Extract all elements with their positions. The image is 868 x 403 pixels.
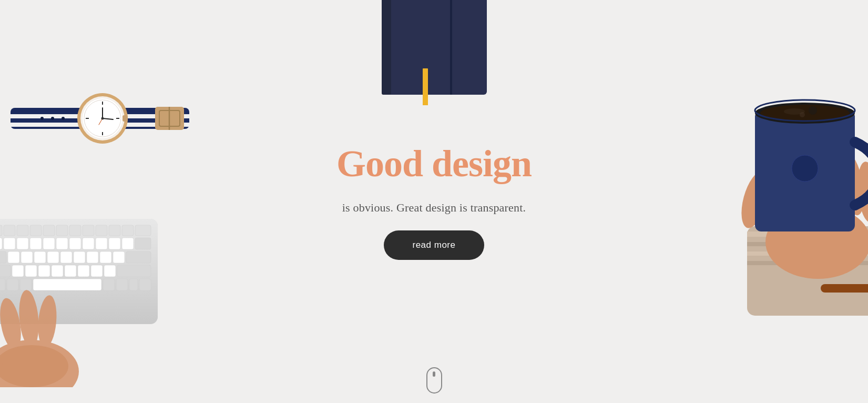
svg-rect-30 xyxy=(0,225,2,236)
svg-point-10 xyxy=(51,117,54,120)
svg-rect-32 xyxy=(17,225,28,236)
svg-rect-37 xyxy=(83,225,94,236)
svg-rect-60 xyxy=(74,251,85,263)
scroll-indicator xyxy=(426,367,442,394)
svg-rect-72 xyxy=(91,265,103,277)
svg-rect-61 xyxy=(87,251,98,263)
svg-rect-67 xyxy=(25,265,37,277)
svg-rect-81 xyxy=(129,279,138,290)
svg-rect-3 xyxy=(423,68,428,105)
sub-text: is obvious. Great design is transparent. xyxy=(342,201,526,215)
svg-rect-34 xyxy=(43,225,55,236)
svg-rect-54 xyxy=(0,251,6,263)
svg-rect-48 xyxy=(69,238,81,249)
svg-rect-0 xyxy=(382,0,487,95)
svg-rect-51 xyxy=(109,238,120,249)
svg-rect-53 xyxy=(135,238,151,249)
svg-rect-70 xyxy=(65,265,76,277)
svg-rect-64 xyxy=(126,251,151,263)
svg-rect-74 xyxy=(117,265,151,277)
svg-rect-79 xyxy=(103,279,115,290)
svg-rect-35 xyxy=(56,225,68,236)
keyboard-decoration xyxy=(0,198,179,403)
svg-rect-59 xyxy=(60,251,72,263)
main-heading: Good design xyxy=(336,143,532,185)
svg-rect-80 xyxy=(116,279,128,290)
svg-rect-43 xyxy=(4,238,15,249)
svg-rect-73 xyxy=(104,265,116,277)
svg-rect-50 xyxy=(96,238,107,249)
watch-decoration xyxy=(11,82,189,155)
svg-rect-62 xyxy=(100,251,111,263)
svg-rect-69 xyxy=(52,265,63,277)
notebook-decoration xyxy=(361,0,508,105)
svg-rect-41 xyxy=(135,225,151,236)
svg-rect-49 xyxy=(83,238,94,249)
svg-rect-75 xyxy=(0,279,5,290)
svg-point-26 xyxy=(101,117,104,120)
svg-rect-77 xyxy=(20,279,32,290)
svg-rect-47 xyxy=(56,238,68,249)
svg-rect-68 xyxy=(38,265,50,277)
svg-rect-63 xyxy=(113,251,125,263)
svg-rect-65 xyxy=(0,265,11,277)
svg-rect-40 xyxy=(122,225,134,236)
svg-rect-57 xyxy=(34,251,46,263)
svg-rect-46 xyxy=(43,238,55,249)
svg-point-104 xyxy=(809,106,817,115)
svg-rect-71 xyxy=(78,265,89,277)
svg-rect-1 xyxy=(382,0,391,95)
svg-rect-44 xyxy=(17,238,28,249)
svg-rect-66 xyxy=(12,265,24,277)
hero-section: Good design is obvious. Great design is … xyxy=(0,0,868,403)
svg-rect-33 xyxy=(30,225,42,236)
svg-rect-31 xyxy=(4,225,15,236)
center-content: Good design is obvious. Great design is … xyxy=(336,143,532,259)
svg-rect-45 xyxy=(30,238,42,249)
svg-rect-56 xyxy=(21,251,33,263)
scroll-dot xyxy=(433,371,435,377)
svg-rect-58 xyxy=(47,251,59,263)
svg-rect-94 xyxy=(821,284,868,293)
svg-rect-39 xyxy=(109,225,120,236)
read-more-button[interactable]: read more xyxy=(384,230,485,260)
svg-rect-78 xyxy=(33,279,101,290)
svg-rect-52 xyxy=(122,238,134,249)
svg-point-106 xyxy=(792,155,818,182)
svg-rect-76 xyxy=(7,279,18,290)
svg-rect-2 xyxy=(450,0,452,95)
svg-rect-36 xyxy=(69,225,81,236)
coffee-decoration xyxy=(726,79,868,316)
svg-rect-42 xyxy=(0,238,2,249)
svg-point-105 xyxy=(800,112,805,117)
svg-point-11 xyxy=(62,117,65,120)
svg-rect-55 xyxy=(8,251,19,263)
svg-rect-27 xyxy=(122,115,128,122)
svg-rect-82 xyxy=(139,279,151,290)
svg-point-9 xyxy=(40,117,44,120)
svg-rect-38 xyxy=(96,225,107,236)
